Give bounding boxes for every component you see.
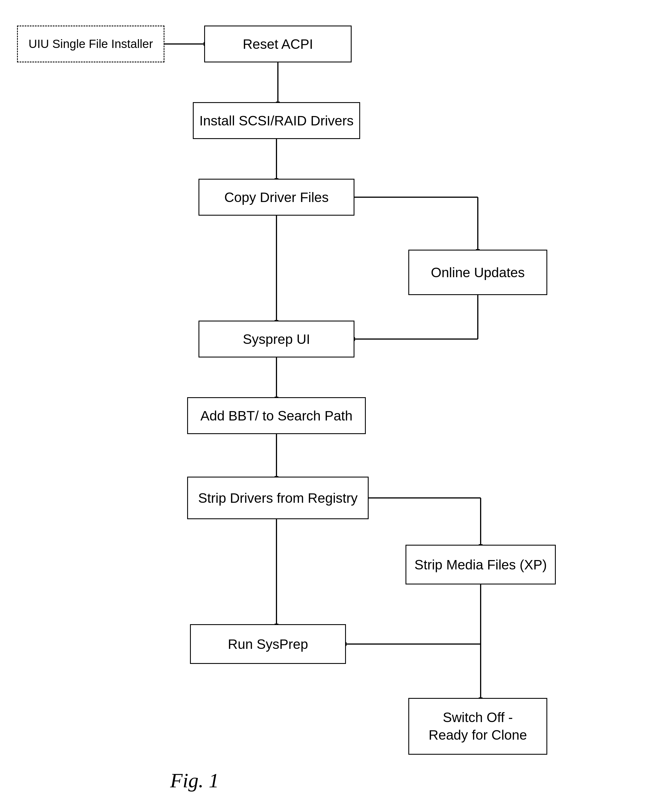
diagram-container: UIU Single File Installer Reset ACPI Ins… <box>0 0 659 812</box>
box-bbt: Add BBT/ to Search Path <box>187 397 366 434</box>
box-copy-driver: Copy Driver Files <box>199 179 355 216</box>
box-strip-drivers: Strip Drivers from Registry <box>187 477 369 519</box>
box-switch-off: Switch Off - Ready for Clone <box>408 698 547 755</box>
box-online-updates: Online Updates <box>408 250 547 295</box>
box-uiu: UIU Single File Installer <box>17 25 164 62</box>
box-strip-media: Strip Media Files (XP) <box>405 545 556 585</box>
box-install-scsi: Install SCSI/RAID Drivers <box>193 102 360 139</box>
box-reset-acpi: Reset ACPI <box>204 25 352 62</box>
box-sysprep-ui: Sysprep UI <box>199 321 355 357</box>
figure-label: Fig. 1 <box>170 769 219 792</box>
box-run-sysprep: Run SysPrep <box>190 624 346 664</box>
